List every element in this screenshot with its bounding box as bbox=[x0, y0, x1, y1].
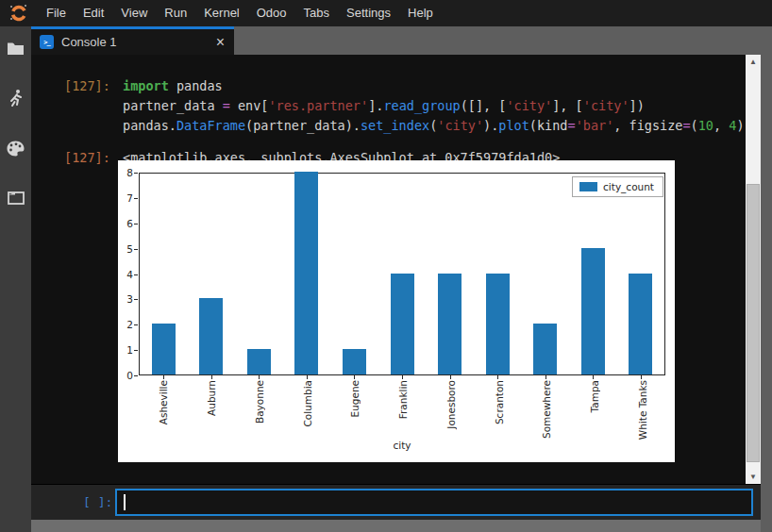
code-cell: [127]: import pandaspartner_data = env['… bbox=[31, 76, 746, 136]
tab-close-icon[interactable]: × bbox=[216, 36, 225, 49]
menu-view[interactable]: View bbox=[112, 0, 156, 26]
y-tick-mark bbox=[134, 198, 138, 199]
scrollbar-thumb[interactable] bbox=[747, 184, 760, 462]
x-tick-mark bbox=[641, 375, 642, 379]
x-tick-mark bbox=[497, 375, 498, 379]
bar-slot bbox=[521, 174, 569, 374]
x-tick-label: Asheville bbox=[140, 380, 188, 440]
x-tick-mark bbox=[307, 375, 308, 379]
bar-slot bbox=[330, 174, 378, 374]
shell: >_ Console 1 × [127]: import pandaspartn… bbox=[0, 26, 772, 532]
input-prompt: [127]: bbox=[64, 76, 123, 136]
menu-odoo[interactable]: Odoo bbox=[248, 0, 295, 26]
right-window-edge bbox=[761, 26, 772, 532]
bar-slot bbox=[474, 174, 522, 374]
plot-area bbox=[139, 173, 665, 375]
y-tick-mark bbox=[134, 350, 138, 351]
x-tick-mark bbox=[163, 375, 164, 379]
tab-console-1[interactable]: >_ Console 1 × bbox=[31, 26, 234, 55]
x-tick-label: Tampa bbox=[571, 380, 619, 440]
pending-input-prompt: [ ]: bbox=[83, 495, 115, 509]
y-tick-mark bbox=[134, 249, 138, 250]
x-tick-label: White Tanks bbox=[618, 380, 666, 440]
x-tick-mark bbox=[402, 375, 403, 379]
menu-items: FileEditViewRunKernelOdooTabsSettingsHel… bbox=[38, 0, 442, 26]
file-browser-folder-icon[interactable] bbox=[6, 38, 26, 58]
x-axis-label: city bbox=[139, 440, 665, 451]
menu-kernel[interactable]: Kernel bbox=[195, 0, 248, 26]
menu-run[interactable]: Run bbox=[156, 0, 195, 26]
bar-somewhere bbox=[533, 324, 557, 374]
menu-tabs[interactable]: Tabs bbox=[295, 0, 338, 26]
bar-slot bbox=[235, 174, 283, 374]
y-tick-label: 5 bbox=[118, 243, 133, 255]
y-tick-label: 6 bbox=[118, 218, 133, 229]
status-bar bbox=[31, 520, 761, 532]
left-sidebar bbox=[0, 26, 31, 532]
bar-jonesboro bbox=[438, 274, 462, 375]
menu-settings[interactable]: Settings bbox=[338, 0, 399, 26]
text-cursor bbox=[124, 494, 126, 510]
console-terminal-icon: >_ bbox=[40, 35, 54, 49]
x-tick-mark bbox=[354, 375, 355, 379]
menu-help[interactable]: Help bbox=[399, 0, 442, 26]
bar-tampa bbox=[581, 248, 605, 374]
menu-file[interactable]: File bbox=[38, 0, 75, 26]
bar-bayonne bbox=[247, 349, 271, 374]
jupyterlab-window: FileEditViewRunKernelOdooTabsSettingsHel… bbox=[0, 0, 772, 532]
bar-slot bbox=[283, 174, 331, 374]
x-tick-label: Franklin bbox=[379, 380, 428, 440]
bar-columbia bbox=[294, 172, 318, 374]
y-tick-mark bbox=[134, 173, 138, 174]
y-tick-label: 4 bbox=[118, 269, 133, 280]
console-input-row: [ ]: bbox=[31, 484, 761, 520]
tab-label: Console 1 bbox=[61, 35, 209, 49]
console-panel: [127]: import pandaspartner_data = env['… bbox=[31, 55, 761, 484]
chart-legend: city_count bbox=[572, 176, 663, 197]
scroll-up-icon[interactable]: ▲ bbox=[746, 55, 761, 69]
tab-bar: >_ Console 1 × bbox=[31, 26, 761, 55]
legend-swatch bbox=[579, 182, 597, 191]
y-tick-mark bbox=[134, 324, 138, 325]
bar-slot bbox=[188, 174, 236, 374]
y-tick-label: 2 bbox=[118, 319, 133, 330]
bar-slot bbox=[616, 174, 664, 374]
x-tick-label: Auburn bbox=[188, 380, 236, 440]
y-tick-mark bbox=[134, 274, 138, 275]
bar-eugene bbox=[343, 349, 366, 374]
y-tick-label: 3 bbox=[118, 293, 133, 305]
x-tick-mark bbox=[545, 375, 546, 379]
vertical-scrollbar[interactable]: ▲ ▼ bbox=[746, 55, 761, 484]
bar-slot bbox=[140, 174, 188, 374]
x-tick-mark bbox=[450, 375, 451, 379]
scroll-down-icon[interactable]: ▼ bbox=[746, 470, 761, 484]
bar-slot bbox=[378, 174, 427, 374]
code-input[interactable] bbox=[115, 489, 753, 516]
x-tick-label: Scranton bbox=[475, 380, 523, 440]
bar-asheville bbox=[152, 324, 176, 374]
output-prompt: [127]: bbox=[64, 148, 123, 168]
menu-edit[interactable]: Edit bbox=[75, 0, 112, 26]
y-tick-mark bbox=[134, 299, 138, 300]
odoo-spinner-logo-icon bbox=[0, 4, 38, 23]
bar-auburn bbox=[199, 298, 223, 374]
y-tick-label: 8 bbox=[118, 167, 133, 178]
command-palette-icon[interactable] bbox=[6, 138, 26, 158]
bar-scranton bbox=[486, 274, 510, 375]
y-tick-mark bbox=[134, 224, 138, 224]
x-tick-mark bbox=[593, 375, 594, 379]
code-lines: import pandaspartner_data = env['res.par… bbox=[123, 76, 752, 136]
menu-bar: FileEditViewRunKernelOdooTabsSettingsHel… bbox=[0, 0, 772, 26]
bar-slot bbox=[569, 174, 617, 374]
y-tick-label: 0 bbox=[118, 370, 133, 381]
x-tick-label: Eugene bbox=[331, 380, 379, 440]
bar-franklin bbox=[391, 274, 414, 375]
open-tabs-icon[interactable] bbox=[6, 188, 26, 208]
legend-label: city_count bbox=[603, 181, 654, 192]
running-sessions-icon[interactable] bbox=[6, 88, 26, 108]
x-tick-label: Somewhere bbox=[523, 380, 571, 440]
bar-white-tanks bbox=[629, 274, 652, 375]
bar-chart-figure: AshevilleAuburnBayonneColumbiaEugeneFran… bbox=[118, 160, 675, 462]
y-tick-label: 1 bbox=[118, 344, 133, 356]
y-tick-mark bbox=[134, 375, 138, 376]
